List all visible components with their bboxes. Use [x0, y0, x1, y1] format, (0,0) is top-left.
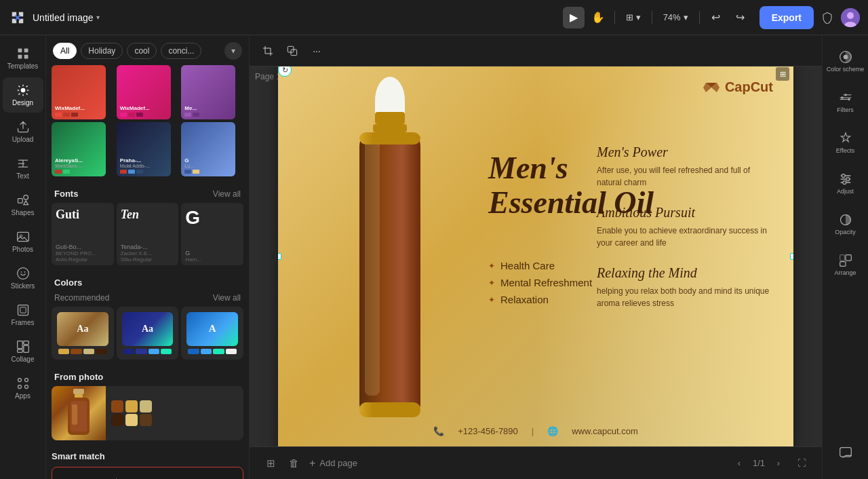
capcut-logo: CapCut [702, 79, 773, 95]
right-tool-filters-label: Filters [837, 107, 854, 113]
undo-button[interactable]: ↩ [705, 7, 727, 28]
right-tool-effects[interactable]: Effects [826, 125, 865, 160]
photo-thumb [52, 386, 106, 440]
sidebar-item-frames[interactable]: Frames [3, 297, 43, 332]
colors-view-all[interactable]: View all [213, 293, 241, 303]
fonts-grid: Guti Guti-Bo... BEYOND PRO... Anto-Regul… [46, 203, 249, 271]
photo-color-dot-5 [125, 414, 138, 426]
svg-point-9 [23, 195, 28, 200]
template-item-1[interactable]: WixMadef... [52, 65, 106, 119]
right-tool-chat[interactable] [826, 436, 865, 471]
view-options-button[interactable]: ⊞ ▾ [620, 7, 646, 28]
sidebar-item-stickers-label: Stickers [11, 282, 35, 290]
font-item-2[interactable]: Ten Tenada-... Zacbel X-E... Stilu-Regul… [117, 203, 179, 265]
font-item-1[interactable]: Guti Guti-Bo... BEYOND PRO... Anto-Regul… [52, 203, 114, 265]
shield-icon[interactable] [816, 7, 838, 28]
website: www.capcut.com [572, 426, 638, 436]
sidebar-item-apps[interactable]: Apps [3, 370, 43, 406]
color-swatch-1[interactable]: Aa [52, 307, 114, 360]
optimize-color-button[interactable]: ✦ Optimize color [52, 467, 243, 479]
color-swatch-3[interactable]: A [181, 307, 243, 360]
tag-all[interactable]: All [53, 43, 77, 59]
page-label: Page 1 [255, 72, 281, 81]
svg-rect-28 [72, 404, 77, 425]
font-sub1-3: G [185, 250, 239, 256]
bullet-text-1: Health Care [500, 260, 555, 271]
sidebar-item-upload-label: Upload [12, 136, 34, 143]
tag-concise[interactable]: conci... [161, 43, 201, 59]
photo-color-dot-4 [111, 414, 123, 426]
canvas-page[interactable]: CapCut [278, 66, 793, 446]
sidebar-item-upload[interactable]: Upload [3, 114, 43, 149]
fullscreen-button[interactable]: ⛶ [792, 454, 811, 473]
add-page-label: Add page [319, 458, 357, 468]
bullet-diamond-2: ✦ [488, 278, 495, 288]
delete-button[interactable]: 🗑 [283, 453, 304, 474]
svg-rect-24 [73, 389, 84, 394]
right-tool-adjust[interactable]: Adjust [826, 166, 865, 201]
template-item-4[interactable]: AlereyaS... WorkSans-... [52, 122, 106, 176]
tag-more-button[interactable]: ▾ [224, 42, 242, 60]
right-tool-arrange[interactable]: Arrange [826, 247, 865, 282]
svg-rect-5 [18, 55, 22, 59]
photo-color-swatch[interactable] [52, 386, 243, 440]
right-tool-opacity[interactable]: Opacity [826, 206, 865, 242]
svg-point-22 [18, 385, 21, 389]
sidebar-item-design-label: Design [12, 99, 33, 107]
zoom-button[interactable]: 74% ▾ [658, 7, 694, 28]
product-bullets: ✦ Health Care ✦ Mental Refreshment ✦ Rel… [488, 260, 592, 311]
sidebar-item-stickers[interactable]: Stickers [3, 261, 43, 296]
template-item-3[interactable]: Me... [181, 65, 235, 119]
bullet-1: ✦ Health Care [488, 260, 592, 271]
user-avatar[interactable] [841, 8, 860, 27]
right-tool-opacity-label: Opacity [835, 229, 856, 235]
svg-rect-17 [23, 341, 28, 345]
sidebar-item-templates[interactable]: Templates [3, 41, 43, 76]
fonts-view-all[interactable]: View all [213, 189, 241, 199]
sidebar-item-photos[interactable]: Photos [3, 224, 43, 259]
pointer-tool-button[interactable]: ▶ [563, 7, 585, 28]
svg-point-21 [24, 379, 28, 382]
sidebar-item-design[interactable]: Design [3, 77, 43, 113]
toolbar-separator3 [699, 11, 700, 24]
view-chevron-icon: ▾ [636, 12, 641, 22]
template-item-6[interactable]: G Lu... [181, 122, 235, 176]
svg-rect-6 [24, 55, 28, 59]
info-title-3: Relaxing the Mind [597, 265, 773, 281]
right-tool-filters[interactable]: Filters [826, 84, 865, 119]
phone-icon: 📞 [433, 426, 444, 436]
export-button[interactable]: Export [760, 6, 814, 29]
tag-holiday[interactable]: Holiday [81, 43, 123, 59]
tag-cool[interactable]: cool [127, 43, 157, 59]
more-options-button[interactable]: ··· [307, 41, 327, 61]
color-swatch-2[interactable]: Aa [117, 307, 179, 360]
info-panel: Men's Power After use, you will feel ref… [597, 145, 773, 326]
prev-page-button[interactable]: ‹ [731, 455, 747, 472]
template-item-5[interactable]: Praha-... Mulat Addis-... [117, 122, 171, 176]
grid-view-button[interactable]: ⊞ [260, 453, 281, 474]
template-item-2[interactable]: WixMadef... [117, 65, 171, 119]
left-sidebar: Templates Design Upload Text Shapes Phot… [0, 35, 46, 479]
right-tool-color-scheme[interactable]: Color scheme [826, 43, 865, 79]
sidebar-item-shapes[interactable]: Shapes [3, 187, 43, 223]
hand-tool-button[interactable]: ✋ [587, 7, 609, 28]
svg-rect-36 [365, 138, 380, 396]
add-page-icon: + [309, 457, 315, 470]
sidebar-item-text[interactable]: Text [3, 151, 43, 186]
photo-color-dot-2 [125, 400, 138, 413]
redo-button[interactable]: ↪ [730, 7, 751, 28]
duplicate-button[interactable] [282, 41, 302, 61]
svg-rect-15 [20, 307, 25, 313]
crop-button[interactable] [258, 41, 278, 61]
font-sub1-2: Tenada-... [121, 244, 175, 250]
font-item-3[interactable]: G G Ham... [181, 203, 243, 265]
app-logo[interactable] [8, 8, 27, 27]
sidebar-item-collage[interactable]: Collage [3, 334, 43, 369]
from-photo-section [46, 386, 249, 446]
next-page-button[interactable]: › [770, 455, 787, 472]
add-page-button[interactable]: + Add page [304, 455, 363, 472]
sidebar-item-photos-label: Photos [12, 246, 33, 253]
bullet-text-2: Mental Refreshment [500, 277, 592, 288]
colors-section-header: Colors [46, 271, 249, 292]
document-title[interactable]: Untitled image ▾ [33, 12, 100, 23]
